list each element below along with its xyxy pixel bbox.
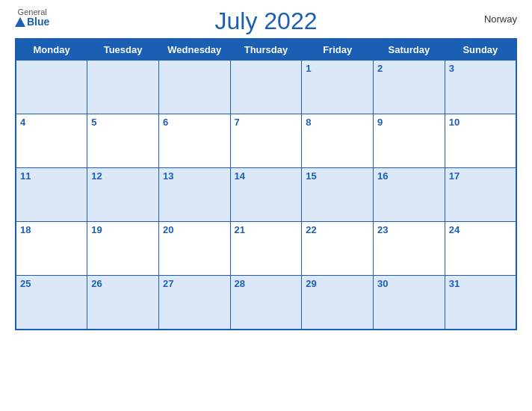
calendar-cell: 19	[87, 222, 159, 276]
calendar-cell: 10	[445, 114, 516, 168]
calendar-cell: 13	[158, 168, 230, 222]
calendar-cell	[16, 61, 87, 114]
day-number: 18	[20, 224, 31, 235]
day-number: 27	[163, 278, 173, 289]
country-label: Norway	[484, 13, 517, 25]
calendar-cell: 4	[16, 114, 87, 168]
day-number: 13	[163, 170, 173, 182]
day-header-saturday: Saturday	[374, 39, 445, 61]
day-header-wednesday: Wednesday	[158, 39, 230, 61]
calendar-cell: 8	[302, 114, 374, 168]
day-header-friday: Friday	[302, 39, 374, 61]
calendar-cell: 14	[230, 168, 302, 222]
week-row-2: 45678910	[16, 114, 516, 168]
day-number: 4	[20, 117, 25, 128]
day-header-tuesday: Tuesday	[87, 39, 159, 61]
week-row-1: 123	[16, 61, 516, 114]
day-number: 11	[20, 170, 31, 182]
calendar-cell	[230, 61, 302, 114]
day-number: 31	[449, 278, 460, 289]
day-header-sunday: Sunday	[445, 39, 516, 61]
calendar-cell: 15	[302, 168, 374, 222]
logo-triangle-icon	[15, 17, 25, 27]
calendar-cell: 27	[158, 276, 230, 330]
day-number: 28	[235, 278, 245, 289]
calendar-cell: 5	[87, 114, 159, 168]
week-row-3: 11121314151617	[16, 168, 516, 222]
week-row-5: 25262728293031	[16, 276, 516, 330]
logo: General Blue	[15, 7, 49, 28]
calendar-cell: 17	[445, 168, 516, 222]
days-header-row: MondayTuesdayWednesdayThursdayFridaySatu…	[16, 39, 516, 61]
day-number: 8	[306, 117, 311, 128]
day-number: 29	[306, 278, 316, 289]
day-number: 16	[377, 170, 388, 182]
day-number: 14	[235, 170, 245, 182]
calendar-cell	[158, 61, 230, 114]
calendar-cell: 25	[16, 276, 87, 330]
day-number: 3	[449, 63, 454, 74]
day-number: 15	[306, 170, 316, 182]
calendar-cell	[87, 61, 159, 114]
day-number: 9	[377, 117, 383, 128]
calendar-cell: 11	[16, 168, 87, 222]
day-number: 22	[306, 224, 316, 235]
day-number: 2	[377, 63, 383, 74]
calendar-cell: 30	[374, 276, 445, 330]
calendar-cell: 31	[445, 276, 516, 330]
day-number: 24	[449, 224, 460, 235]
day-number: 30	[377, 278, 388, 289]
day-number: 6	[163, 117, 168, 128]
calendar-cell: 2	[374, 61, 445, 114]
day-header-thursday: Thursday	[230, 39, 302, 61]
calendar-cell: 24	[445, 222, 516, 276]
day-number: 1	[306, 63, 311, 74]
calendar-cell: 20	[158, 222, 230, 276]
day-number: 26	[91, 278, 102, 289]
calendar-cell: 7	[230, 114, 302, 168]
day-number: 10	[449, 117, 460, 128]
calendar-cell: 1	[302, 61, 374, 114]
week-row-4: 18192021222324	[16, 222, 516, 276]
calendar-cell: 21	[230, 222, 302, 276]
day-number: 17	[449, 170, 460, 182]
calendar-title: July 2022	[215, 7, 318, 35]
calendar-cell: 29	[302, 276, 374, 330]
calendar-cell: 26	[87, 276, 159, 330]
calendar-cell: 23	[374, 222, 445, 276]
logo-blue-text: Blue	[15, 16, 49, 28]
calendar-cell: 22	[302, 222, 374, 276]
calendar-cell: 9	[374, 114, 445, 168]
calendar-cell: 12	[87, 168, 159, 222]
day-number: 12	[91, 170, 102, 182]
day-number: 7	[235, 117, 240, 128]
calendar-header: General Blue July 2022 Norway	[15, 7, 517, 35]
calendar-cell: 6	[158, 114, 230, 168]
day-number: 19	[91, 224, 102, 235]
day-number: 21	[235, 224, 245, 235]
calendar-table: MondayTuesdayWednesdayThursdayFridaySatu…	[15, 38, 517, 330]
day-number: 20	[163, 224, 173, 235]
day-number: 25	[20, 278, 31, 289]
day-header-monday: Monday	[16, 39, 87, 61]
calendar-cell: 16	[374, 168, 445, 222]
calendar-cell: 18	[16, 222, 87, 276]
calendar-cell: 28	[230, 276, 302, 330]
day-number: 5	[91, 117, 96, 128]
calendar-cell: 3	[445, 61, 516, 114]
day-number: 23	[377, 224, 388, 235]
